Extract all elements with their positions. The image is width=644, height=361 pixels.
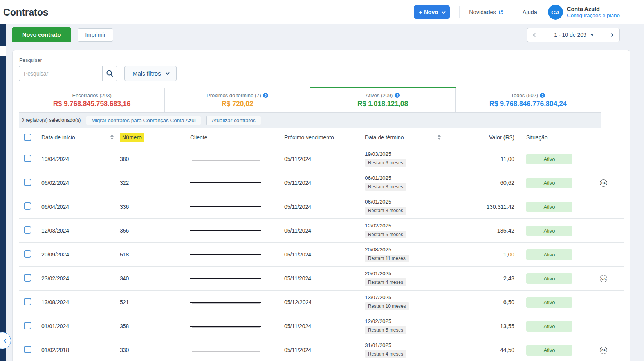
redacted-client-name — [190, 182, 261, 183]
sort-icon[interactable] — [110, 135, 114, 140]
collapse-sidebar-button[interactable] — [0, 332, 11, 349]
row-checkbox[interactable] — [24, 179, 31, 186]
value-cell: 6,50 — [456, 299, 514, 305]
end-date-cell: 06/01/2025 — [365, 199, 391, 205]
contract-number-cell: 330 — [120, 347, 190, 353]
help-icon[interactable]: ? — [263, 93, 268, 98]
novidades-link[interactable]: Novidades — [469, 9, 503, 15]
redacted-client-name — [190, 302, 261, 303]
chevron-left-icon — [533, 33, 537, 37]
end-date-cell: 20/01/2025 — [365, 271, 391, 276]
help-icon[interactable]: ? — [395, 93, 400, 98]
tab-ativos[interactable]: Ativos (209)? R$ 1.018.121,08 — [310, 88, 455, 112]
start-date-cell: 23/02/2024 — [41, 275, 120, 282]
tab-encerrados[interactable]: Encerrados (293)? R$ 9.768.845.758.683,1… — [19, 88, 164, 112]
row-checkbox[interactable] — [24, 274, 31, 282]
pagination-prev-button[interactable] — [527, 28, 543, 42]
table-row[interactable]: 01/01/2024 358 05/11/2024 12/02/2025 Res… — [19, 314, 624, 338]
start-date-cell: 13/08/2024 — [41, 299, 120, 305]
ajuda-link[interactable]: Ajuda — [523, 9, 537, 15]
search-icon — [106, 70, 114, 77]
table-row[interactable]: 23/02/2024 340 05/11/2024 20/01/2025 Res… — [19, 267, 624, 291]
highlighted-column-label: Número — [120, 133, 144, 142]
months-left-badge: Restam 3 meses — [365, 183, 406, 191]
row-checkbox[interactable] — [24, 322, 31, 329]
update-contracts-button[interactable]: Atualizar contratos — [206, 116, 261, 125]
status-badge: Ativo — [526, 321, 572, 332]
status-badge: Ativo — [526, 202, 572, 212]
contract-number-cell: 380 — [120, 156, 190, 162]
pagination-next-button[interactable] — [604, 28, 619, 42]
start-date-cell: 01/02/2018 — [41, 347, 120, 353]
account-settings-link[interactable]: Configurações e plano — [567, 13, 620, 19]
row-checkbox[interactable] — [24, 155, 31, 162]
end-date-cell: 06/01/2025 — [365, 175, 391, 181]
search-button[interactable] — [102, 66, 117, 81]
contract-number-cell: 518 — [120, 251, 190, 258]
chevron-down-icon — [442, 10, 446, 14]
help-icon[interactable]: ? — [540, 93, 545, 98]
end-date-cell: 19/03/2025 — [365, 151, 391, 157]
end-date-cell: 12/02/2025 — [365, 223, 391, 229]
select-all-checkbox[interactable] — [24, 134, 31, 141]
months-left-badge: Restam 10 meses — [365, 302, 409, 310]
months-left-badge: Restam 5 meses — [365, 326, 406, 334]
summary-tabs: Encerrados (293)? R$ 9.768.845.758.683,1… — [19, 88, 601, 113]
table-row[interactable]: 12/03/2024 356 05/11/2024 12/02/2025 Res… — [19, 219, 624, 243]
row-checkbox[interactable] — [24, 250, 31, 258]
table-row[interactable]: 20/09/2024 518 05/11/2024 20/08/2025 Res… — [19, 243, 624, 267]
next-due-cell: 05/11/2024 — [284, 323, 365, 329]
avatar[interactable]: CA — [548, 5, 563, 20]
status-badge: Ativo — [526, 178, 572, 188]
new-contract-button[interactable]: Novo contrato — [12, 27, 71, 42]
start-date-cell: 19/04/2024 — [41, 156, 120, 162]
end-date-cell: 31/01/2025 — [365, 342, 391, 348]
months-left-badge: Restam 6 meses — [365, 159, 406, 167]
tab-todos[interactable]: Todos (502)? R$ 9.768.846.776.804,24 — [455, 88, 601, 112]
sidebar-rail[interactable] — [0, 24, 6, 361]
months-left-badge: Restam 4 meses — [365, 278, 406, 286]
row-checkbox[interactable] — [24, 226, 31, 234]
account-menu[interactable]: CA Conta Azuld Configurações e plano — [548, 5, 620, 20]
table-row[interactable]: 06/04/2024 336 05/11/2024 06/01/2025 Res… — [19, 195, 624, 219]
contract-number-cell: 340 — [120, 275, 190, 282]
table-row[interactable]: 06/02/2024 322 05/11/2024 06/01/2025 Res… — [19, 171, 624, 195]
status-badge: Ativo — [526, 297, 572, 308]
redacted-client-name — [190, 254, 261, 255]
status-badge: Ativo — [526, 273, 572, 284]
tab-proximos-do-termino[interactable]: Próximos do término (7)? R$ 720,02 — [164, 88, 310, 112]
next-due-cell: 05/11/2024 — [284, 204, 365, 210]
migrate-contracts-button[interactable]: Migrar contratos para Cobranças Conta Az… — [86, 116, 201, 125]
search-input[interactable] — [19, 66, 102, 81]
pagination-range-dropdown[interactable]: 1 - 10 de 209 — [543, 28, 604, 42]
start-date-cell: 06/02/2024 — [41, 180, 120, 186]
row-checkbox[interactable] — [24, 298, 31, 305]
next-due-cell: 05/12/2024 — [284, 299, 365, 305]
value-cell: 130.311,42 — [456, 204, 514, 210]
row-checkbox[interactable] — [24, 202, 31, 210]
account-name: Conta Azuld — [567, 5, 620, 13]
contracts-card: Pesquisar Mais filtros Encerrados (293)?… — [12, 50, 630, 361]
table-row[interactable]: 13/08/2024 521 05/12/2024 13/07/2025 Res… — [19, 291, 624, 314]
col-number-header: Número — [120, 133, 190, 142]
novo-menu-button[interactable]: + Novo — [414, 5, 450, 19]
sort-icon[interactable] — [438, 135, 441, 140]
page-title: Contratos — [3, 7, 48, 18]
more-filters-button[interactable]: Mais filtros — [124, 66, 177, 81]
months-left-badge: Restam 4 meses — [365, 350, 406, 358]
start-date-cell: 12/03/2024 — [41, 227, 120, 234]
print-button[interactable]: Imprimir — [78, 28, 113, 42]
contract-number-cell: 322 — [120, 180, 190, 186]
next-due-cell: 05/11/2024 — [284, 180, 365, 186]
table-row[interactable]: 19/04/2024 380 05/11/2024 19/03/2025 Res… — [19, 147, 624, 171]
contract-number-cell: 336 — [120, 204, 190, 210]
col-status-header: Situação — [526, 134, 583, 141]
status-badge: Ativo — [526, 249, 572, 260]
row-checkbox[interactable] — [24, 346, 31, 353]
start-date-cell: 01/01/2024 — [41, 323, 120, 329]
chevron-down-icon — [590, 32, 593, 36]
col-start-date-header: Data de início — [41, 134, 120, 141]
table-row[interactable]: 01/02/2018 330 05/11/2024 31/01/2025 Res… — [19, 338, 624, 361]
col-next-due-header: Próximo vencimento — [284, 134, 365, 141]
contract-number-cell: 356 — [120, 227, 190, 234]
